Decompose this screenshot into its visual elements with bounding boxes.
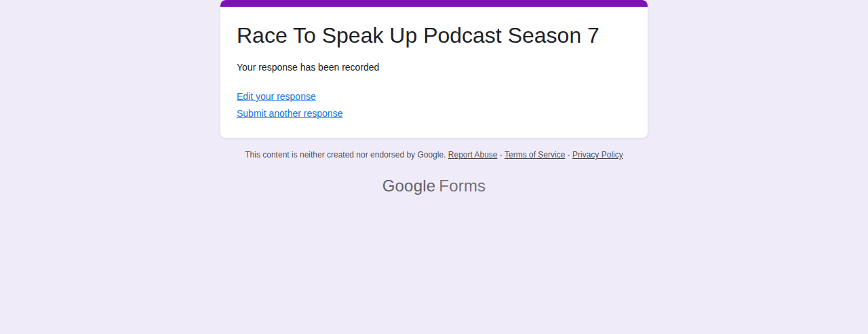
response-card-body: Race To Speak Up Podcast Season 7 Your r… [220, 7, 648, 138]
separator: - [500, 150, 502, 160]
privacy-policy-link[interactable]: Privacy Policy [572, 150, 623, 160]
terms-of-service-link[interactable]: Terms of Service [505, 150, 565, 160]
confirmation-message: Your response has been recorded [237, 60, 631, 74]
form-title: Race To Speak Up Podcast Season 7 [237, 22, 631, 49]
form-theme-accent-bar [220, 0, 648, 7]
footer-disclaimer: This content is neither created nor endo… [0, 150, 868, 160]
response-actions: Edit your response Submit another respon… [237, 90, 631, 120]
submit-another-response-link[interactable]: Submit another response [237, 107, 342, 120]
google-wordmark: Google [382, 177, 436, 195]
edit-response-link[interactable]: Edit your response [237, 90, 316, 103]
disclaimer-text: This content is neither created nor endo… [245, 150, 446, 160]
page-background: Race To Speak Up Podcast Season 7 Your r… [0, 0, 868, 334]
response-card: Race To Speak Up Podcast Season 7 Your r… [220, 0, 648, 138]
forms-wordmark: Forms [439, 177, 486, 195]
separator: - [568, 150, 570, 160]
report-abuse-link[interactable]: Report Abuse [448, 150, 498, 160]
google-forms-logo: GoogleForms [0, 177, 868, 196]
